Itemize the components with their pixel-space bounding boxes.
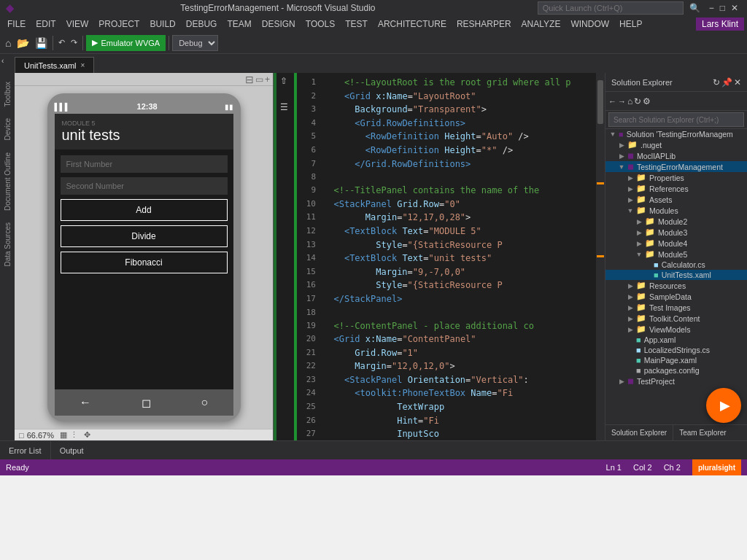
tree-item[interactable]: ▶📁Module4 [605,238,747,249]
new-project-button[interactable]: ⌂ [3,34,13,52]
tree-item[interactable]: ▶◼TestProject [605,376,747,386]
redo-button[interactable]: ↷ [69,34,80,52]
tree-item[interactable]: ▼📁Module5 [605,249,747,260]
menu-tools[interactable]: TOOLS [301,18,339,31]
tree-item[interactable]: ■LocalizedStrings.cs [605,345,747,355]
pluralsight-button[interactable]: ▶ [706,388,741,423]
tree-item[interactable]: ▶📁Module3 [605,227,747,238]
solution-refresh[interactable]: ↻ [634,96,641,106]
team-explorer-tab[interactable]: Team Explorer [673,425,732,440]
tree-item[interactable]: ▶◼MoclIAPLib [605,150,747,161]
zoom-icon-grid2[interactable]: ⋮ [70,430,78,440]
editor-content[interactable]: 1 <!--LayoutRoot is the root grid where … [294,73,605,440]
phone-back-button[interactable]: ← [80,396,91,409]
scroll-up-button[interactable]: ⇧ [280,76,287,86]
solution-pin-icon[interactable]: 📌 [721,77,732,88]
menu-edit[interactable]: EDIT [31,18,60,31]
solution-search-container [605,111,747,129]
phone-divide-button[interactable]: Divide [61,225,228,247]
title-text: TestingErrorManagement - Microsoft Visua… [18,3,538,13]
sidebar-item-toolbox[interactable]: Toolbox [2,76,13,112]
tree-item[interactable]: ▶📁ViewModels [605,324,747,335]
menu-architecture[interactable]: ARCHITECTURE [374,18,451,31]
scroll-thumb[interactable] [597,80,603,124]
menu-design[interactable]: DESIGN [258,18,300,31]
breadcrumb-icon[interactable]: ☰ [280,102,288,112]
tree-item[interactable]: ■MainPage.xaml [605,355,747,365]
fit-screen-button[interactable]: ▭ [255,74,263,85]
phone-first-number-input[interactable] [61,155,228,173]
minimize-button[interactable]: − [709,3,714,13]
tree-label: Module3 [658,228,687,237]
config-dropdown[interactable]: Debug [172,35,218,51]
solution-nav-back[interactable]: ← [608,97,616,106]
tree-item[interactable]: ▼◼TestingErrorManagement [605,161,747,172]
zoom-out-icon[interactable]: □ [19,431,24,440]
menu-debug[interactable]: DEBUG [182,18,222,31]
user-name: Lars Klint [696,18,744,31]
tree-item[interactable]: ▶📁Resources [605,280,747,291]
play-button[interactable]: ▶ Emulator WVGA [86,35,166,51]
tree-item[interactable]: ▶📁SampleData [605,291,747,302]
solution-nav-forward[interactable]: → [618,97,626,106]
tree-item[interactable]: ■UnitTests.xaml [605,270,747,280]
quick-launch-input[interactable] [538,1,684,15]
code-line: 18 [298,306,605,319]
tree-item[interactable]: ▶📁Assets [605,194,747,205]
code-line: 5 <RowDefinition Height="Auto" /> [298,130,605,144]
restore-button[interactable]: □ [720,3,725,13]
sidebar-item-data-sources[interactable]: Data Sources [2,217,13,273]
tree-item[interactable]: ■Calculator.cs [605,260,747,270]
open-button[interactable]: 📂 [15,34,31,52]
menu-test[interactable]: TEST [341,18,372,31]
close-tab-icon[interactable]: × [81,61,85,69]
solution-home[interactable]: ⌂ [627,96,632,106]
tree-item[interactable]: ■packages.config [605,365,747,376]
error-list-tab[interactable]: Error List [0,441,51,459]
zoom-icon-grid[interactable]: ▦ [60,430,67,440]
phone-add-button[interactable]: Add [61,199,228,221]
fit-icon[interactable]: ✥ [84,430,90,440]
tree-arrow: ▶ [617,152,626,160]
close-button[interactable]: ✕ [731,3,738,13]
solution-close-icon[interactable]: ✕ [734,77,741,88]
phone-second-number-input[interactable] [61,177,228,195]
tree-item[interactable]: ▶📁References [605,183,747,194]
save-button[interactable]: 💾 [33,34,50,52]
menu-view[interactable]: VIEW [62,18,93,31]
output-tab[interactable]: Output [51,441,93,459]
sidebar-item-device[interactable]: Device [2,112,13,147]
zoom-in-button[interactable]: + [265,74,270,85]
menu-team[interactable]: TEAM [222,18,255,31]
tree-item[interactable]: ▶📁.nuget [605,139,747,150]
tree-item[interactable]: ▶📁Properties [605,172,747,183]
menu-help[interactable]: HELP [615,18,646,31]
solution-search-input[interactable] [608,112,744,127]
menu-build[interactable]: BUILD [145,18,179,31]
tree-item[interactable]: ▼📁Modules [605,205,747,216]
tree-label: Test Images [649,303,691,312]
tree-item[interactable]: ▶📁Toolkit.Content [605,313,747,324]
scroll-left-button[interactable]: ‹ [1,57,4,65]
sidebar-item-document-outline[interactable]: Document Outline [2,147,13,217]
tree-item[interactable]: ▼■Solution 'TestingErrorManagem [605,129,747,139]
menu-project[interactable]: PROJECT [94,18,144,31]
solution-settings[interactable]: ⚙ [643,96,651,106]
phone-search-button[interactable]: ○ [201,396,208,409]
tree-item[interactable]: ▶📁Module2 [605,216,747,227]
menu-window[interactable]: WINDOW [566,18,614,31]
tree-item[interactable]: ■App.xaml [605,335,747,345]
menu-resharper[interactable]: RESHARPER [452,18,516,31]
menu-file[interactable]: FILE [3,18,30,31]
tree-item[interactable]: ▶📁Test Images [605,302,747,313]
solution-sync-icon[interactable]: ↻ [713,77,720,88]
expand-button[interactable]: ⊟ [245,74,254,85]
menu-analyze[interactable]: ANALYZE [517,18,565,31]
tree-label: LocalizedStrings.cs [644,346,710,354]
solution-tab[interactable]: Solution Explorer [605,425,673,440]
tab-bar: ‹ UnitTests.xaml × [0,54,747,73]
phone-fibonacci-button[interactable]: Fibonacci [61,252,228,273]
tab-unit-tests[interactable]: UnitTests.xaml × [15,57,94,73]
phone-home-button[interactable]: ◻ [142,396,151,410]
undo-button[interactable]: ↶ [56,34,67,52]
